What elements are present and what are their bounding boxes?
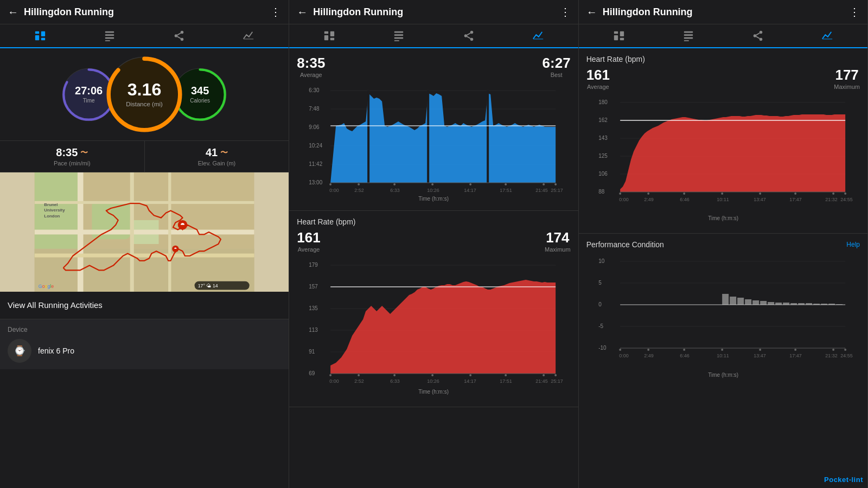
svg-rect-13	[244, 39, 253, 40]
pace-avg-label: Average	[300, 72, 322, 78]
tab-share[interactable]	[144, 24, 214, 48]
panel3-tab-share[interactable]	[723, 24, 793, 48]
svg-point-112	[505, 374, 507, 376]
svg-rect-29	[35, 201, 254, 204]
calories-value: 345	[191, 85, 209, 96]
panel-1: ← Hillingdon Running ⋮	[0, 0, 289, 488]
svg-rect-182	[737, 298, 744, 305]
panel2-back-button[interactable]: ←	[297, 6, 308, 18]
svg-point-160	[844, 192, 846, 195]
view-all-section[interactable]: View All Running Activities	[0, 292, 289, 319]
hr-avg-label-p3: Average	[587, 84, 609, 90]
panel3-title: Hillingdon Running	[603, 7, 693, 18]
svg-rect-183	[745, 299, 751, 305]
svg-rect-56	[533, 39, 542, 40]
svg-point-76	[358, 183, 360, 185]
elev-label: Elev. Gain (m)	[198, 160, 235, 166]
panel2-more-button[interactable]: ⋮	[560, 5, 571, 18]
svg-marker-69	[330, 93, 556, 183]
svg-rect-128	[684, 31, 693, 33]
panel-2: ← Hillingdon Running ⋮ 8:35 Average	[289, 0, 578, 488]
svg-text:-10: -10	[598, 345, 607, 351]
pace-avg-value: 8:35	[297, 55, 325, 72]
svg-rect-127	[620, 38, 624, 41]
svg-text:88: 88	[598, 189, 605, 195]
panel3-back-button[interactable]: ←	[586, 6, 597, 18]
svg-text:10:11: 10:11	[717, 353, 729, 358]
svg-text:6:30: 6:30	[309, 87, 320, 93]
map-background: Brunel University London Google	[0, 172, 289, 292]
svg-text:17:47: 17:47	[789, 197, 802, 202]
hr-max-value-p3: 177	[835, 67, 858, 84]
pocketlint-text: Pocket-lint	[824, 476, 863, 484]
svg-point-159	[832, 192, 834, 195]
svg-rect-28	[168, 172, 171, 292]
panel2-tab-charts[interactable]	[503, 24, 573, 48]
svg-text:162: 162	[598, 117, 608, 123]
view-all-text[interactable]: View All Running Activities	[8, 300, 103, 310]
svg-rect-4	[105, 31, 114, 33]
device-item: ⌚ fenix 6 Pro	[8, 339, 281, 363]
svg-text:125: 125	[598, 153, 608, 159]
hr-chart-svg-wrap-p2: 179 157 135 113 91 69	[297, 257, 570, 400]
svg-rect-0	[35, 31, 39, 34]
tab-summary[interactable]	[5, 24, 75, 48]
svg-text:14:17: 14:17	[464, 188, 476, 193]
metrics-row: 27:06 Time 3.16 Distance (mi)	[0, 48, 289, 140]
svg-rect-44	[324, 35, 328, 40]
svg-rect-3	[41, 38, 45, 41]
pace-chart-svg-wrap: 6:30 7:48 9:06 10:24 11:42 13:00	[297, 82, 570, 204]
panel3-more-button[interactable]: ⋮	[849, 5, 860, 18]
svg-point-132	[760, 31, 763, 34]
perf-header: Performance Condition Help	[586, 240, 860, 249]
svg-text:91: 91	[309, 349, 315, 355]
svg-rect-124	[614, 31, 618, 34]
svg-point-109	[393, 374, 395, 376]
hr-max-value-p2: 174	[546, 229, 569, 246]
svg-point-200	[683, 349, 685, 351]
panel2-tab-summary[interactable]	[295, 24, 364, 48]
svg-rect-71	[427, 91, 429, 183]
stats-row: 8:35 〜 Pace (min/mi) 41 〜 Elev. Gain (m)	[0, 140, 289, 172]
panel3-tab-summary[interactable]	[584, 24, 654, 48]
svg-text:14:17: 14:17	[464, 378, 476, 384]
svg-text:157: 157	[309, 284, 318, 290]
panel2-tab-share[interactable]	[433, 24, 503, 48]
svg-point-107	[329, 374, 331, 376]
svg-point-108	[358, 374, 360, 376]
more-menu-button[interactable]: ⋮	[270, 5, 281, 18]
help-link[interactable]: Help	[846, 241, 860, 248]
time-label: Time	[83, 98, 95, 104]
svg-point-82	[554, 183, 557, 185]
svg-point-53	[470, 38, 473, 41]
svg-rect-26	[35, 230, 254, 235]
svg-text:9:06: 9:06	[309, 124, 320, 130]
svg-text:Time (h:m:s): Time (h:m:s)	[708, 215, 738, 221]
svg-rect-188	[783, 303, 789, 305]
hr-chart-p3: 180 162 143 125 106 88	[586, 94, 860, 224]
device-name: fenix 6 Pro	[38, 346, 74, 355]
device-section: Device ⌚ fenix 6 Pro	[0, 319, 289, 369]
hr-avg-stat-p2: 161 Average	[297, 229, 320, 253]
svg-rect-181	[730, 297, 736, 305]
pace-chart: 6:30 7:48 9:06 10:24 11:42 13:00	[297, 82, 570, 202]
panel3-tab-charts[interactable]	[793, 24, 862, 48]
hr-avg-value-p2: 161	[297, 229, 320, 246]
svg-rect-186	[768, 302, 774, 305]
svg-point-158	[794, 192, 796, 195]
panel3-tab-details[interactable]	[654, 24, 723, 48]
svg-point-133	[754, 34, 757, 37]
distance-label: Distance (mi)	[126, 101, 163, 108]
elev-stat: 41 〜 Elev. Gain (m)	[145, 141, 289, 172]
tab-charts[interactable]	[214, 24, 283, 48]
svg-text:113: 113	[309, 327, 318, 333]
svg-text:10:11: 10:11	[717, 197, 729, 202]
hr-chart-section-p3: Heart Rate (bpm) 161 Average 177 Maximum…	[579, 48, 867, 234]
svg-point-157	[759, 192, 761, 195]
back-button[interactable]: ←	[8, 6, 18, 18]
svg-rect-43	[324, 31, 328, 34]
tab-details[interactable]	[75, 24, 144, 48]
panel2-tab-details[interactable]	[364, 24, 433, 48]
pace-best-label: Best	[551, 72, 563, 78]
perf-chart-svg-wrap: 10 5 0 -5 -10	[586, 253, 860, 386]
